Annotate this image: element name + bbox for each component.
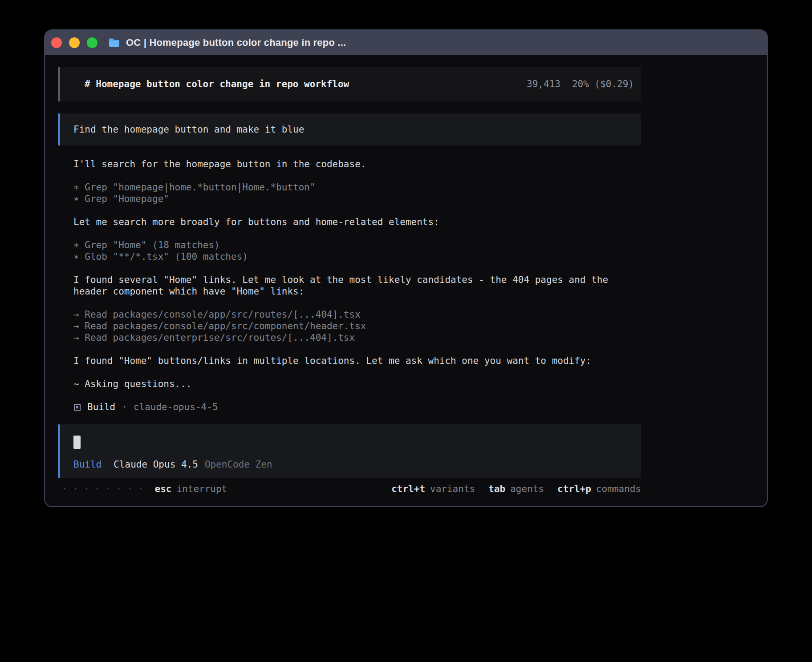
minimize-button[interactable] [69, 37, 80, 48]
prompt-input[interactable]: Build Claude Opus 4.5 OpenCode Zen [58, 424, 641, 478]
user-message-text: Find the homepage button and make it blu… [73, 124, 304, 135]
agent-status-line: Build · claude-opus-4-5 [73, 401, 767, 413]
input-mode: Build [73, 459, 102, 470]
shortcut-variants: ctrl+t variants [391, 483, 475, 495]
assistant-message-group: I found several "Home" links. Let me loo… [73, 274, 767, 297]
agent-separator: · [122, 401, 127, 413]
input-provider: OpenCode Zen [205, 459, 272, 470]
shortcut-key: tab [488, 483, 505, 495]
spinner-dots-icon: · · · · · · · · [62, 483, 144, 495]
assistant-message-group: I'll search for the homepage button in t… [73, 158, 767, 170]
session-header: # Homepage button color change in repo w… [58, 67, 641, 101]
terminal-window: OC | Homepage button color change in rep… [44, 29, 768, 507]
tool-call-group: ∗ Grep "homepage|home.*button|Home.*butt… [73, 182, 767, 205]
shortcut-agents: tab agents [488, 483, 544, 495]
session-stats: 39,413 20% ($0.29) [527, 79, 634, 89]
interrupt-label: interrupt [176, 483, 227, 495]
user-message: Find the homepage button and make it blu… [58, 113, 641, 145]
shortcut-label: agents [510, 483, 544, 495]
tool-call-grep: ∗ Grep "Homepage" [73, 193, 767, 205]
titlebar-title-group: OC | Homepage button color change in rep… [108, 37, 346, 48]
status-bar: · · · · · · · · esc interrupt ctrl+t var… [58, 483, 641, 495]
tool-call-grep: ∗ Grep "homepage|home.*button|Home.*butt… [73, 182, 767, 193]
window-titlebar: OC | Homepage button color change in rep… [45, 30, 767, 55]
tool-call-read: → Read packages/console/app/src/componen… [73, 320, 767, 332]
tool-call-glob: ∗ Glob "**/*.tsx" (100 matches) [73, 251, 767, 262]
status-group: ~ Asking questions... [73, 378, 767, 390]
agent-icon [73, 404, 81, 411]
terminal-content: # Homepage button color change in repo w… [45, 55, 767, 495]
shortcut-commands: ctrl+p commands [557, 483, 641, 495]
session-title: # Homepage button color change in repo w… [85, 79, 527, 89]
assistant-message: I found "Home" buttons/links in multiple… [73, 355, 767, 367]
esc-key-label: esc [155, 483, 172, 495]
assistant-message-group: I found "Home" buttons/links in multiple… [73, 355, 767, 367]
traffic-lights [51, 37, 97, 48]
assistant-message: Let me search more broadly for buttons a… [73, 216, 767, 228]
tool-call-read: → Read packages/enterprise/src/routes/[.… [73, 332, 767, 343]
shortcut-key: ctrl+t [391, 483, 425, 495]
close-button[interactable] [51, 37, 62, 48]
tool-call-group: ∗ Grep "Home" (18 matches) ∗ Glob "**/*.… [73, 239, 767, 262]
tool-call-grep: ∗ Grep "Home" (18 matches) [73, 239, 767, 251]
interrupt-hint: esc interrupt [155, 483, 227, 495]
input-model: Claude Opus 4.5 [114, 459, 198, 470]
folder-icon [108, 38, 120, 48]
agent-name: Build [87, 401, 115, 413]
keyboard-shortcuts: ctrl+t variants tab agents ctrl+p comman… [391, 483, 641, 495]
agent-model: claude-opus-4-5 [134, 401, 218, 413]
token-count: 39,413 [527, 79, 560, 89]
conversation: I'll search for the homepage button in t… [73, 158, 767, 413]
assistant-message-group: Let me search more broadly for buttons a… [73, 216, 767, 228]
tool-call-read: → Read packages/console/app/src/routes/[… [73, 309, 767, 320]
status-line: ~ Asking questions... [73, 378, 767, 390]
shortcut-key: ctrl+p [557, 483, 591, 495]
text-cursor [73, 436, 81, 449]
input-meta: Build Claude Opus 4.5 OpenCode Zen [73, 459, 641, 470]
zoom-button[interactable] [87, 37, 97, 48]
shortcut-label: commands [596, 483, 641, 495]
assistant-message: I'll search for the homepage button in t… [73, 158, 767, 170]
shortcut-label: variants [430, 483, 475, 495]
assistant-message: I found several "Home" links. Let me loo… [73, 274, 625, 297]
tool-call-group: → Read packages/console/app/src/routes/[… [73, 309, 767, 343]
window-title: OC | Homepage button color change in rep… [126, 37, 346, 48]
context-cost: 20% ($0.29) [572, 79, 634, 89]
